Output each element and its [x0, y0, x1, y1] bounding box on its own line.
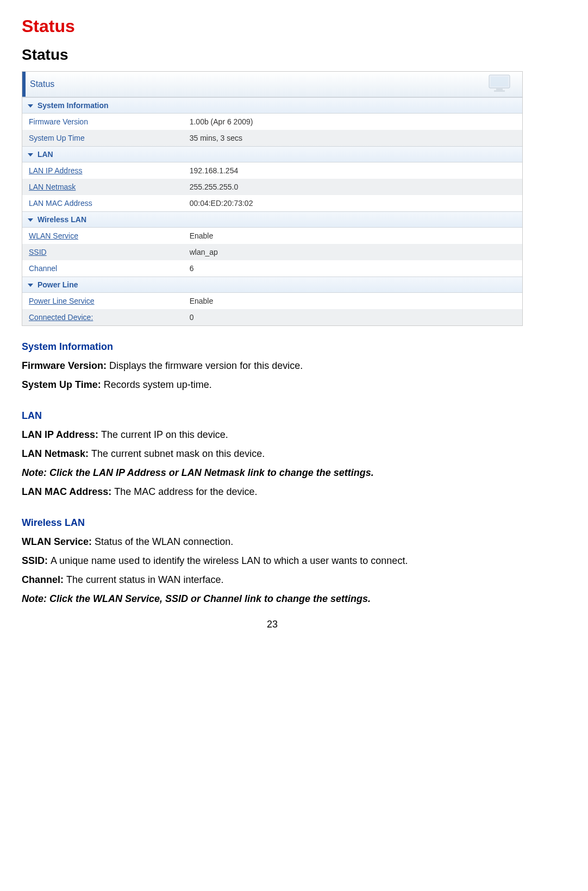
row-value: 00:04:ED:20:73:02	[190, 199, 253, 208]
desc-lan-ip: LAN IP Address: The current IP on this d…	[22, 429, 523, 441]
section-title: System Information	[37, 101, 109, 110]
section-header-lan[interactable]: LAN	[22, 146, 522, 162]
row-value: Enable	[190, 297, 214, 305]
caret-down-icon	[28, 104, 33, 108]
row-value: 192.168.1.254	[190, 166, 239, 175]
tab-status-label: Status	[30, 79, 54, 89]
desc-wlan-ssid-bold: SSID:	[22, 555, 51, 566]
svg-rect-2	[496, 89, 503, 90]
section-header-power-line[interactable]: Power Line	[22, 277, 522, 293]
row-value: 35 mins, 3 secs	[190, 134, 242, 142]
desc-lan-nm: LAN Netmask: The current subnet mask on …	[22, 448, 523, 460]
table-row: WLAN Service Enable	[22, 228, 522, 244]
row-label-link[interactable]: WLAN Service	[29, 231, 190, 240]
desc-uptime-text: Records system up-time.	[104, 379, 212, 390]
desc-wlan-svc-text: Status of the WLAN connection.	[95, 536, 233, 547]
desc-uptime-bold: System Up Time:	[22, 379, 104, 390]
monitor-icon	[489, 74, 515, 94]
table-row: LAN MAC Address 00:04:ED:20:73:02	[22, 195, 522, 211]
row-value: Enable	[190, 231, 214, 240]
desc-lan-ip-bold: LAN IP Address:	[22, 429, 101, 440]
desc-lan-nm-text: The current subnet mask on this device.	[91, 448, 265, 459]
desc-wlan-svc: WLAN Service: Status of the WLAN connect…	[22, 536, 523, 548]
desc-wlan-ch-text: The current status in WAN interface.	[66, 574, 223, 585]
row-value: wlan_ap	[190, 248, 218, 256]
row-label: LAN MAC Address	[29, 199, 190, 208]
desc-uptime: System Up Time: Records system up-time.	[22, 379, 523, 391]
row-value: 0	[190, 313, 194, 322]
section-title: LAN	[37, 150, 53, 159]
desc-lan-nm-bold: LAN Netmask:	[22, 448, 91, 459]
note-lan: Note: Click the LAN IP Address or LAN Ne…	[22, 467, 523, 479]
svg-rect-3	[494, 90, 505, 92]
section-title: Wireless LAN	[37, 215, 86, 224]
section-header-system-information[interactable]: System Information	[22, 97, 522, 114]
desc-heading-wireless-lan: Wireless LAN	[22, 517, 523, 529]
desc-firmware-text: Displays the firmware version for this d…	[109, 360, 303, 371]
row-label: System Up Time	[29, 134, 190, 142]
table-row: SSID wlan_ap	[22, 244, 522, 260]
section-title: Power Line	[37, 280, 78, 289]
desc-lan-mac-bold: LAN MAC Address:	[22, 486, 114, 497]
desc-heading-lan: LAN	[22, 410, 523, 422]
row-value: 6	[190, 264, 194, 273]
desc-heading-system-information: System Information	[22, 341, 523, 353]
note-wlan: Note: Click the WLAN Service, SSID or Ch…	[22, 593, 523, 605]
desc-wlan-ch: Channel: The current status in WAN inter…	[22, 574, 523, 586]
row-label-link[interactable]: LAN Netmask	[29, 183, 190, 191]
svg-rect-1	[491, 77, 508, 86]
caret-down-icon	[28, 153, 33, 156]
desc-firmware-bold: Firmware Version:	[22, 360, 109, 371]
caret-down-icon	[28, 218, 33, 222]
desc-wlan-ch-bold: Channel:	[22, 574, 66, 585]
table-row: Channel 6	[22, 260, 522, 277]
table-row: LAN IP Address 192.168.1.254	[22, 162, 522, 179]
row-label: Firmware Version	[29, 117, 190, 126]
row-label-link[interactable]: LAN IP Address	[29, 166, 190, 175]
panel-header: Status	[22, 72, 522, 97]
table-row: LAN Netmask 255.255.255.0	[22, 179, 522, 195]
tab-status[interactable]: Status	[22, 72, 64, 97]
row-label-link[interactable]: Connected Device:	[29, 313, 190, 322]
page-number: 23	[22, 619, 523, 630]
desc-wlan-ssid-text: A unique name used to identify the wirel…	[51, 555, 408, 566]
page-title: Status	[22, 16, 523, 36]
desc-lan-mac-text: The MAC address for the device.	[114, 486, 257, 497]
desc-firmware: Firmware Version: Displays the firmware …	[22, 360, 523, 372]
table-row: Power Line Service Enable	[22, 293, 522, 309]
sub-title: Status	[22, 46, 523, 64]
desc-lan-mac: LAN MAC Address: The MAC address for the…	[22, 486, 523, 498]
table-row: System Up Time 35 mins, 3 secs	[22, 130, 522, 146]
row-label: Channel	[29, 264, 190, 273]
status-panel: Status System Information Firmware Versi…	[22, 71, 523, 326]
caret-down-icon	[28, 284, 33, 287]
row-label-link[interactable]: SSID	[29, 248, 190, 256]
desc-wlan-ssid: SSID: A unique name used to identify the…	[22, 555, 523, 567]
row-value: 255.255.255.0	[190, 183, 239, 191]
table-row: Firmware Version 1.00b (Apr 6 2009)	[22, 114, 522, 130]
desc-wlan-svc-bold: WLAN Service:	[22, 536, 95, 547]
row-label-link[interactable]: Power Line Service	[29, 297, 190, 305]
desc-lan-ip-text: The current IP on this device.	[101, 429, 228, 440]
section-header-wireless-lan[interactable]: Wireless LAN	[22, 211, 522, 228]
row-value: 1.00b (Apr 6 2009)	[190, 117, 253, 126]
table-row: Connected Device: 0	[22, 309, 522, 325]
